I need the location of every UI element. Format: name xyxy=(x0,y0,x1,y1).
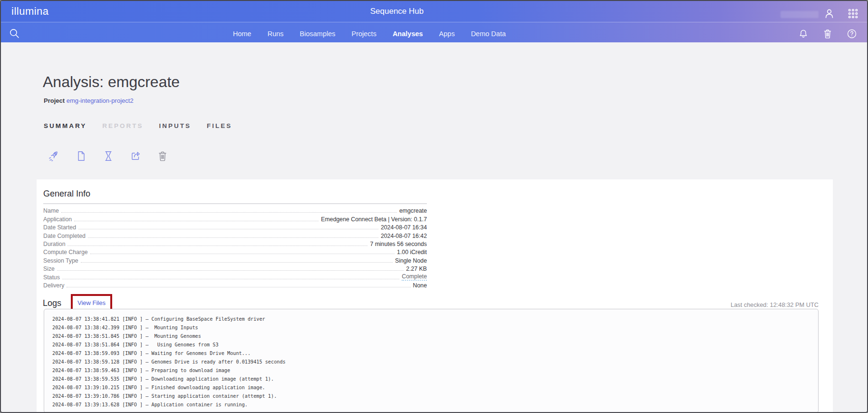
project-line: Project emg-integration-project2 xyxy=(44,97,134,104)
user-icon[interactable] xyxy=(823,7,836,20)
info-row-session-type: Session TypeSingle Node xyxy=(43,256,427,264)
app-title: Sequence Hub xyxy=(370,7,424,16)
tab-files[interactable]: FILES xyxy=(207,122,232,129)
info-row-status: StatusComplete xyxy=(43,272,427,280)
app-window: illumina Sequence Hub xyxy=(0,0,868,413)
apps-grid-icon[interactable] xyxy=(847,7,859,20)
tab-summary[interactable]: SUMMARY xyxy=(44,122,87,129)
log-line: 2024-08-07 13:38:59.093 [INFO ] – Waitin… xyxy=(52,349,813,358)
summary-card: General Info Nameemgcreate ApplicationEm… xyxy=(37,179,833,412)
project-link[interactable]: emg-integration-project2 xyxy=(67,97,134,104)
delete-trash-icon[interactable] xyxy=(156,150,169,162)
help-icon[interactable] xyxy=(846,28,858,39)
log-line: 2024-08-07 13:39:13.628 [INFO ] – Applic… xyxy=(52,401,813,409)
general-info-divider xyxy=(43,203,427,204)
redacted-username xyxy=(781,11,819,18)
status-badge: Complete xyxy=(402,273,427,281)
nav-item-apps[interactable]: Apps xyxy=(439,30,455,38)
trash-icon[interactable] xyxy=(822,28,833,39)
main-nav-bar: Home Runs Biosamples Projects Analyses A… xyxy=(1,22,867,42)
report-file-icon[interactable] xyxy=(75,150,87,162)
project-label: Project xyxy=(44,97,65,104)
title-bar: illumina Sequence Hub xyxy=(1,1,867,22)
relaunch-rocket-icon[interactable] xyxy=(47,149,60,163)
last-checked-timestamp: Last checked: 12:48:32 PM UTC xyxy=(731,301,819,308)
log-line: 2024-08-07 13:38:59.128 [INFO ] – Genome… xyxy=(52,358,813,366)
search-icon[interactable] xyxy=(9,28,20,39)
log-line: 2024-08-07 13:38:51.864 [INFO ] – Using … xyxy=(52,341,813,349)
nav-item-projects[interactable]: Projects xyxy=(352,30,376,38)
log-line: 2024-08-07 13:39:10.786 [INFO ] – Starti… xyxy=(52,392,813,401)
general-info-heading: General Info xyxy=(43,189,90,199)
info-row-size: Size2.27 KB xyxy=(43,264,427,272)
share-icon[interactable] xyxy=(129,150,142,162)
nav-item-biosamples[interactable]: Biosamples xyxy=(300,30,336,38)
info-row-application: ApplicationEmedgene Connect Beta | Versi… xyxy=(43,214,427,222)
tab-reports[interactable]: REPORTS xyxy=(102,122,143,129)
view-files-link[interactable]: View Files xyxy=(77,299,106,306)
info-row-delivery: DeliveryNone xyxy=(43,281,427,289)
log-line: 2024-08-07 13:39:10.215 [INFO ] – Finish… xyxy=(52,384,813,392)
nav-item-demo-data[interactable]: Demo Data xyxy=(471,30,506,38)
notifications-bell-icon[interactable] xyxy=(798,28,809,39)
hourglass-icon[interactable] xyxy=(102,150,115,162)
nav-item-runs[interactable]: Runs xyxy=(268,30,284,38)
info-row-duration: Duration7 minutes 56 seconds xyxy=(43,239,427,247)
nav-item-home[interactable]: Home xyxy=(233,30,251,38)
log-line: 2024-08-07 13:38:59.463 [INFO ] – Prepar… xyxy=(52,366,813,375)
illumina-logo: illumina xyxy=(11,5,49,18)
info-row-name: Nameemgcreate xyxy=(43,206,427,214)
log-line: 2024-08-07 13:38:59.535 [INFO ] – Downlo… xyxy=(52,375,813,384)
info-row-date-started: Date Started2024-08-07 16:34 xyxy=(43,223,427,231)
nav-item-analyses[interactable]: Analyses xyxy=(393,30,423,38)
analysis-tabs: SUMMARY REPORTS INPUTS FILES xyxy=(44,122,232,129)
analysis-action-toolbar xyxy=(47,149,169,163)
main-nav: Home Runs Biosamples Projects Analyses A… xyxy=(233,22,506,42)
log-output-panel[interactable]: 2024-08-07 13:38:41.821 [INFO ] – Config… xyxy=(44,309,819,413)
log-line: 2024-08-07 13:38:42.399 [INFO ] – Mounti… xyxy=(52,324,813,332)
log-line: 2024-08-07 13:38:41.821 [INFO ] – Config… xyxy=(52,315,813,324)
info-row-date-completed: Date Completed2024-08-07 16:42 xyxy=(43,231,427,239)
general-info-table: Nameemgcreate ApplicationEmedgene Connec… xyxy=(43,206,427,289)
log-line: 2024-08-07 13:38:51.845 [INFO ] – Mounti… xyxy=(52,332,813,341)
page-title: Analysis: emgcreate xyxy=(43,73,180,91)
logs-heading: Logs xyxy=(43,298,61,308)
info-row-compute-charge: Compute Charge1.00 iCredit xyxy=(43,247,427,256)
tab-inputs[interactable]: INPUTS xyxy=(159,122,192,129)
